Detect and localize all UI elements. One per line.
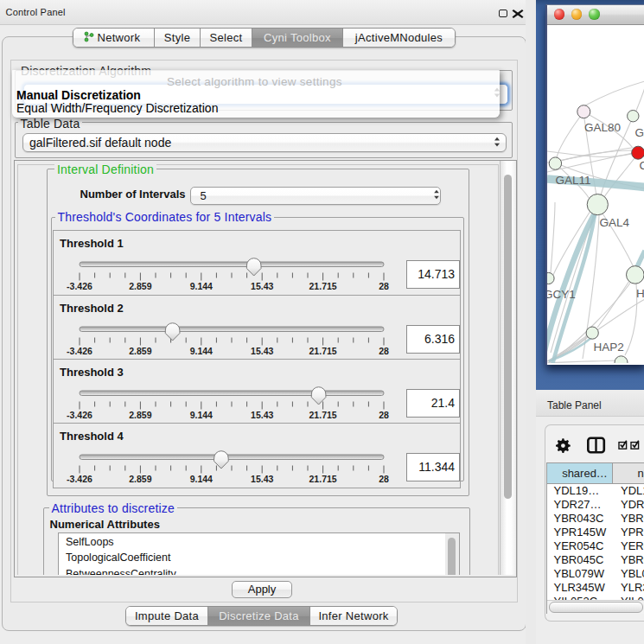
svg-text:GCY1: GCY1 bbox=[547, 288, 576, 301]
svg-text:2.859: 2.859 bbox=[129, 474, 151, 484]
svg-text:2.859: 2.859 bbox=[129, 410, 151, 420]
svg-text:9.144: 9.144 bbox=[190, 410, 213, 420]
svg-text:HAP2: HAP2 bbox=[593, 341, 623, 354]
svg-text:-3.426: -3.426 bbox=[67, 410, 92, 420]
svg-text:15.43: 15.43 bbox=[251, 474, 273, 484]
svg-text:H: H bbox=[636, 287, 644, 300]
svg-text:28: 28 bbox=[379, 410, 389, 420]
svg-text:GA: GA bbox=[634, 126, 644, 139]
svg-text:9.144: 9.144 bbox=[190, 346, 213, 356]
svg-text:28: 28 bbox=[379, 474, 389, 484]
svg-text:GAL80: GAL80 bbox=[584, 121, 621, 134]
svg-text:2.859: 2.859 bbox=[129, 346, 151, 356]
svg-text:GAL11: GAL11 bbox=[555, 174, 590, 187]
svg-text:15.43: 15.43 bbox=[251, 281, 273, 291]
svg-text:9.144: 9.144 bbox=[190, 474, 213, 484]
svg-text:21.715: 21.715 bbox=[309, 474, 337, 484]
svg-text:28: 28 bbox=[379, 346, 389, 356]
svg-text:9.144: 9.144 bbox=[190, 281, 213, 291]
svg-text:28: 28 bbox=[379, 281, 389, 291]
svg-text:2.859: 2.859 bbox=[129, 281, 151, 291]
svg-text:C: C bbox=[639, 159, 644, 172]
svg-text:21.715: 21.715 bbox=[309, 410, 337, 420]
svg-text:-3.426: -3.426 bbox=[67, 281, 92, 291]
svg-text:-3.426: -3.426 bbox=[67, 474, 92, 484]
svg-text:GAL4: GAL4 bbox=[599, 216, 629, 229]
svg-text:21.715: 21.715 bbox=[309, 346, 337, 356]
svg-text:-3.426: -3.426 bbox=[67, 346, 92, 356]
svg-text:15.43: 15.43 bbox=[251, 410, 273, 420]
svg-text:15.43: 15.43 bbox=[251, 346, 273, 356]
svg-text:21.715: 21.715 bbox=[309, 281, 337, 291]
